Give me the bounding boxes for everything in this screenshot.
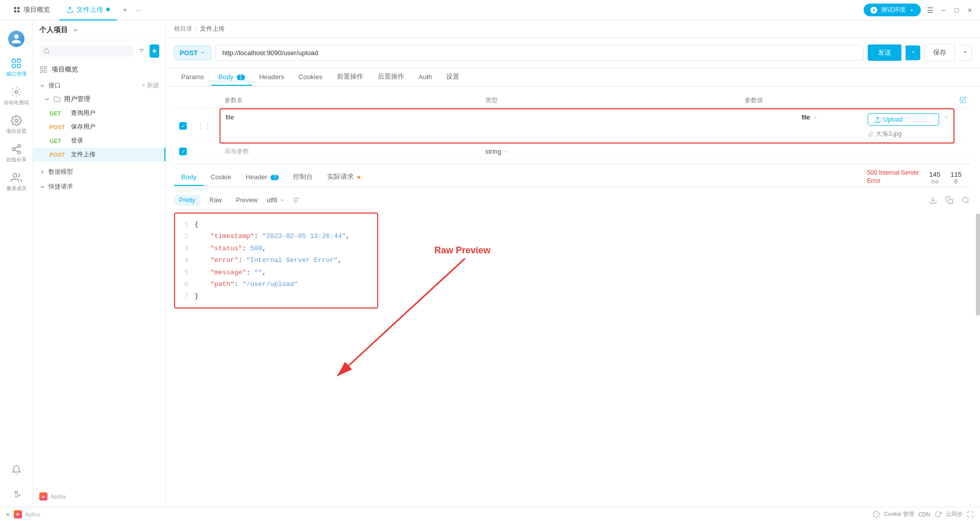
close-button[interactable]: × <box>966 6 974 14</box>
svg-line-19 <box>48 53 49 54</box>
line-num-2: 2 <box>180 230 188 242</box>
apifox-logo-icon: A <box>39 492 47 501</box>
cloud-sync-label[interactable]: 云同步 <box>946 510 963 518</box>
title-bar-right: 测试环境 ☰ − □ × <box>864 4 974 16</box>
add-button[interactable]: + <box>150 44 159 58</box>
nav-quick-requests-section[interactable]: 快捷请求 <box>33 180 165 193</box>
tab-cookies[interactable]: Cookies <box>291 69 330 86</box>
tab-post-action[interactable]: 后置操作 <box>371 68 411 86</box>
nav-data-models-section[interactable]: 数据模型 <box>33 165 165 178</box>
url-input[interactable] <box>215 45 864 61</box>
cookie-mgmt-label[interactable]: Cookie 管理 <box>884 510 914 518</box>
resp-tab-header[interactable]: Header 7 <box>238 169 286 186</box>
json-close-brace: } <box>194 290 199 302</box>
format-raw-btn[interactable]: Raw <box>204 195 227 206</box>
method-selector[interactable]: POST <box>174 45 211 60</box>
more-tabs-button[interactable]: ··· <box>133 6 145 14</box>
save-dropdown-button[interactable] <box>959 45 972 61</box>
api-save-users[interactable]: POST 保存用户 <box>33 120 165 134</box>
title-bar: 项目概览 文件上传 + ··· 测试环境 ☰ − □ × <box>0 0 980 20</box>
send-dropdown-button[interactable] <box>905 45 920 60</box>
svg-point-17 <box>15 491 18 494</box>
main-content: 根目录 / 文件上传 POST 发送 保存 <box>166 20 980 507</box>
minimize-button[interactable]: − <box>939 6 947 14</box>
sidebar-settings-item[interactable]: 项目设置 <box>1 111 32 138</box>
line-num-1: 1 <box>180 219 188 230</box>
api-login-label: 登录 <box>71 136 83 145</box>
maximize-button[interactable]: □ <box>952 6 961 14</box>
environment-selector[interactable]: 测试环境 <box>864 4 921 16</box>
request-tabs: Params Body 1 Headers Cookies 前置操作 后置操作 … <box>166 68 980 87</box>
footer-cdn-label: CDN <box>918 511 930 517</box>
tab-body[interactable]: Body 1 <box>211 69 252 86</box>
format-pretty-btn[interactable]: Pretty <box>174 195 200 206</box>
new-interface-button[interactable]: + 新建 <box>142 81 159 90</box>
tab-settings[interactable]: 设置 <box>439 68 467 86</box>
encoding-selector[interactable]: utf8 <box>267 197 285 204</box>
resp-tab-actual[interactable]: 实际请求 <box>320 168 368 186</box>
response-size: 115 B <box>950 171 962 184</box>
project-chevron-icon[interactable] <box>72 27 79 34</box>
tab-overview[interactable]: 项目概览 <box>6 0 57 20</box>
svg-rect-23 <box>40 66 43 69</box>
line-num-5: 5 <box>180 267 188 278</box>
breadcrumb: 根目录 / 文件上传 <box>166 20 980 38</box>
sidebar-members-item[interactable]: 邀请成员 <box>1 169 32 195</box>
filter-lines-icon[interactable] <box>292 196 301 204</box>
copy-icon[interactable] <box>943 194 955 206</box>
add-row-checkbox[interactable]: ✓ <box>179 148 187 155</box>
sidebar-interface-item[interactable]: 接口管理 <box>1 54 32 81</box>
table-row-file: ✓ ⋮⋮ file file <box>174 108 972 144</box>
delete-row-button[interactable]: × <box>944 113 948 121</box>
nav-interfaces-section[interactable]: 接口 + 新建 <box>33 79 165 92</box>
search-input[interactable] <box>53 48 130 55</box>
expand-icon[interactable] <box>967 511 974 518</box>
code-line-4: 4 "error": "Internal Server Error", <box>180 254 372 266</box>
code-path: "path": "/user/upload" <box>194 278 298 290</box>
filter-button[interactable] <box>137 44 146 58</box>
code-status: "status": 500, <box>194 243 266 254</box>
sidebar-automation-item[interactable]: 自动化测试 <box>1 83 32 109</box>
svg-point-10 <box>15 119 18 122</box>
resp-tab-cookie[interactable]: Cookie <box>204 169 238 186</box>
tab-upload-dot <box>106 8 110 11</box>
response-body-container: 1 { 2 "timestamp": "2023-02-05 13:26:44"… <box>174 212 972 309</box>
menu-button[interactable]: ☰ <box>926 6 934 14</box>
resp-tab-body[interactable]: Body <box>174 169 204 186</box>
nav-data-models-label: 数据模型 <box>48 168 73 176</box>
folder-user-mgmt[interactable]: 用户管理 <box>33 92 165 106</box>
add-tab-button[interactable]: + <box>119 6 131 14</box>
bell-icon-button[interactable] <box>7 461 26 479</box>
svg-rect-32 <box>948 199 953 204</box>
tab-headers[interactable]: Headers <box>252 69 291 86</box>
search-area <box>39 45 134 57</box>
search-response-icon[interactable] <box>960 194 972 206</box>
collapse-left-button[interactable]: « <box>6 511 10 518</box>
sidebar-share-item[interactable]: 在线分享 <box>1 140 32 167</box>
api-query-users[interactable]: GET 查询用户 <box>33 106 165 120</box>
drag-handle-icon[interactable]: ⋮⋮ <box>197 122 211 130</box>
api-login[interactable]: GET 登录 <box>33 134 165 148</box>
api-file-upload[interactable]: POST 文件上传 <box>33 148 165 161</box>
tab-auth[interactable]: Auth <box>411 69 439 86</box>
tab-params[interactable]: Params <box>174 69 211 86</box>
download-icon[interactable] <box>927 194 939 206</box>
format-preview-btn[interactable]: Preview <box>231 195 263 206</box>
resp-tab-console[interactable]: 控制台 <box>286 168 320 186</box>
save-button[interactable]: 保存 <box>924 44 955 61</box>
nav-overview[interactable]: 项目概览 <box>33 62 165 77</box>
add-row-action <box>954 144 972 159</box>
main-layout: 接口管理 自动化测试 项目设置 在线分享 邀请成员 <box>0 20 980 507</box>
user-avatar <box>8 31 24 47</box>
tab-upload[interactable]: 文件上传 <box>59 0 117 20</box>
add-param-name[interactable]: 添加参数 <box>219 144 480 159</box>
upload-button[interactable]: Upload <box>868 113 939 126</box>
col-type: 类型 <box>480 93 740 108</box>
gear-icon-button[interactable] <box>7 483 26 502</box>
add-type-selector[interactable]: string <box>485 148 735 155</box>
send-button[interactable]: 发送 <box>868 44 901 61</box>
response-scrollbar[interactable] <box>975 212 980 309</box>
file-row-checkbox[interactable]: ✓ <box>179 122 187 130</box>
sidebar-icons: 接口管理 自动化测试 项目设置 在线分享 邀请成员 <box>0 20 33 507</box>
tab-pre-action[interactable]: 前置操作 <box>330 68 371 86</box>
